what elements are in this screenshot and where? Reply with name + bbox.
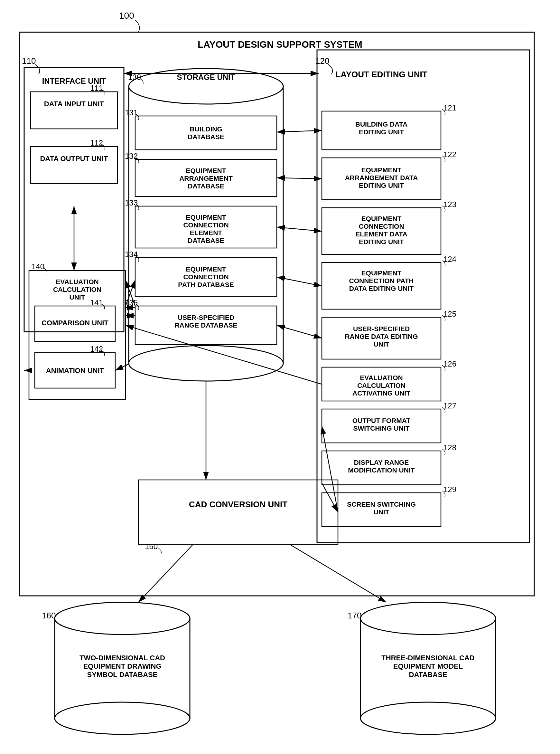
svg-text:UNIT: UNIT [374,508,389,516]
storage-unit-label: STORAGE UNIT [177,73,235,81]
equip-conn-elem-database-label: EQUIPMENT [186,214,226,221]
data-output-unit-box [31,147,118,183]
ref-131: 131 [125,108,138,117]
svg-text:CALCULATION: CALCULATION [53,286,101,293]
ref-140: 140 [32,262,44,271]
ref-110: 110 [22,56,36,66]
ref-121: 121 [443,103,456,112]
two-dim-cad-top [55,602,190,635]
ref-112: 112 [90,138,103,147]
ref-126: 126 [443,360,456,368]
ref-134: 134 [125,250,138,259]
equip-conn-elem-data-editing-unit-label: EQUIPMENT [361,215,402,222]
ref-125: 125 [443,310,456,318]
cad-output-format-arrow [322,426,338,512]
three-dim-cad-label3: DATABASE [409,671,447,679]
svg-text:DATABASE: DATABASE [188,133,224,140]
svg-text:CONNECTION: CONNECTION [183,221,228,229]
data-input-unit-box [31,92,118,129]
equip-conn-path-data-editing-unit-label: EQUIPMENT [361,269,402,277]
svg-text:CONNECTION: CONNECTION [183,273,228,281]
svg-text:UNIT: UNIT [374,341,389,348]
ref-120: 120 [315,56,329,66]
layout-editing-unit-label: LAYOUT EDITING UNIT [335,70,427,79]
svg-text:ACTIVATING UNIT: ACTIVATING UNIT [353,389,411,397]
screen-switching-unit-label: SCREEN SWITCHING [347,501,416,508]
eval-calc-activating-unit-label: EVALUATION [360,374,403,381]
three-dim-cad-bottom [360,702,496,734]
data-output-unit-label: DATA OUTPUT UNIT [40,155,108,163]
svg-text:EDITING UNIT: EDITING UNIT [359,128,404,136]
ref-141: 141 [90,298,103,307]
svg-text:CONNECTION PATH: CONNECTION PATH [349,277,414,284]
ref-122: 122 [443,150,456,159]
output-format-switching-unit-label: OUTPUT FORMAT [353,417,411,424]
two-dim-cad-label2: EQUIPMENT DRAWING [83,662,161,670]
ref-127: 127 [443,401,456,410]
ref-124: 124 [443,255,456,264]
ref-160: 160 [42,611,56,620]
svg-text:PATH DATABASE: PATH DATABASE [178,281,234,288]
ref-133: 133 [125,198,138,207]
two-dim-cad-bottom [55,702,190,734]
svg-text:RANGE DATABASE: RANGE DATABASE [175,322,237,329]
cad-three-dim-arrow [289,544,386,602]
building-data-editing-unit-label: BUILDING DATA [355,120,408,128]
svg-text:RANGE DATA EDITING: RANGE DATA EDITING [345,333,418,340]
svg-text:CALCULATION: CALCULATION [357,382,405,389]
animation-unit-label: ANIMATION UNIT [46,367,104,374]
svg-text:ARRANGEMENT DATA: ARRANGEMENT DATA [345,174,418,181]
display-range-modification-unit-label: DISPLAY RANGE [354,459,409,466]
svg-text:ARRANGEMENT: ARRANGEMENT [179,175,233,182]
building-database-label: BUILDING [189,125,222,133]
three-dim-cad-label1: THREE-DIMENSIONAL CAD [381,654,474,662]
svg-text:ELEMENT: ELEMENT [190,229,222,236]
svg-text:CONNECTION: CONNECTION [359,223,404,230]
svg-text:UNIT: UNIT [69,293,85,301]
ref-142: 142 [90,345,103,353]
svg-text:EDITING UNIT: EDITING UNIT [359,238,404,246]
user-spec-range-database-label: USER-SPECIFIED [178,314,234,321]
svg-text:DATABASE: DATABASE [188,237,224,244]
two-dim-cad-label3: SYMBOL DATABASE [87,671,158,679]
three-dim-cad-label2: EQUIPMENT MODEL [393,662,463,670]
two-dim-cad-label1: TWO-DIMENSIONAL CAD [80,654,165,662]
svg-text:EDITING UNIT: EDITING UNIT [359,182,404,189]
equip-arr-database-label: EQUIPMENT [186,167,226,174]
ref-111: 111 [90,84,103,93]
cad-conversion-unit-box [138,480,338,544]
cad-conversion-unit-label: CAD CONVERSION UNIT [189,500,287,509]
svg-text:SWITCHING UNIT: SWITCHING UNIT [353,425,410,432]
ref-129: 129 [443,485,456,494]
ref-132: 132 [125,152,138,160]
ref-170: 170 [347,611,361,620]
three-dim-cad-top [360,602,496,635]
equip-conn-path-database-label: EQUIPMENT [186,265,226,273]
main-title: LAYOUT DESIGN SUPPORT SYSTEM [198,39,362,50]
ref-100: 100 [119,11,134,21]
ref-130: 130 [128,73,141,81]
ref-128: 128 [443,443,456,452]
ref-123: 123 [443,200,456,209]
data-input-unit-label: DATA INPUT UNIT [44,100,104,108]
diagram: 100 LAYOUT DESIGN SUPPORT SYSTEM 110 120… [0,0,560,754]
ref-150: 150 [145,542,158,551]
svg-text:DATABASE: DATABASE [188,182,224,190]
cad-two-dim-arrow [138,544,193,602]
svg-text:DATA EDITING UNIT: DATA EDITING UNIT [349,285,414,292]
equip-arr-data-editing-unit-label: EQUIPMENT [361,166,402,174]
user-spec-range-data-editing-unit-label: USER-SPECIFIED [353,325,410,332]
comparison-unit-label: COMPARISON UNIT [41,319,108,327]
svg-text:MODIFICATION UNIT: MODIFICATION UNIT [348,466,415,474]
svg-text:ELEMENT DATA: ELEMENT DATA [355,230,407,238]
storage-animation-arrow [115,364,129,370]
storage-unit-bottom [129,346,283,381]
eval-calc-unit-label: EVALUATION [56,278,99,285]
